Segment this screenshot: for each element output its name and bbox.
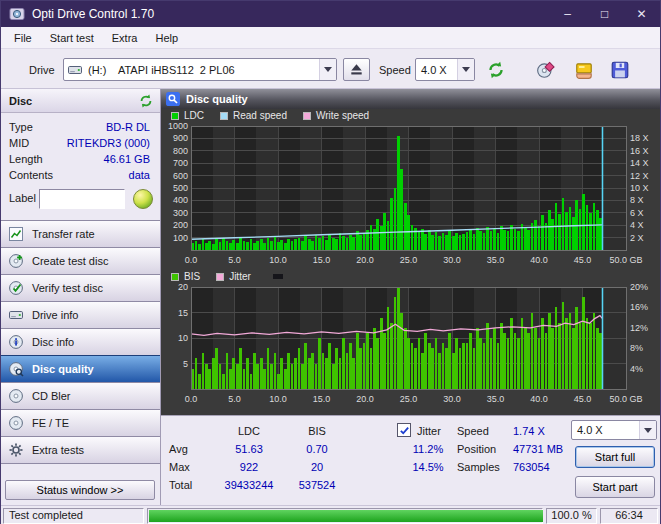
speed-stat-value: 1.74 X	[513, 424, 545, 438]
sidebar-item-create-test-disc[interactable]: Create test disc	[1, 247, 160, 275]
svg-text:2 X: 2 X	[630, 233, 644, 243]
disc-check-icon	[8, 280, 24, 296]
sidebar-item-drive-info[interactable]: Drive info	[1, 301, 160, 329]
svg-text:40.0: 40.0	[530, 394, 548, 404]
disc-panel-header: Disc	[1, 89, 160, 113]
label-row: Label	[1, 187, 160, 213]
hand-card-button[interactable]	[571, 56, 597, 83]
chevron-down-icon	[457, 59, 474, 80]
speed-select[interactable]: 4.0 X	[415, 58, 475, 81]
svg-text:10 X: 10 X	[630, 183, 649, 193]
sidebar-item-cd-bler[interactable]: CD Bler	[1, 382, 160, 410]
row-label-total: Total	[169, 478, 192, 492]
sidebar-item-label: FE / TE	[32, 417, 69, 429]
svg-text:0.0: 0.0	[185, 394, 198, 404]
avg-ldc-value: 51.63	[209, 442, 289, 456]
svg-text:10: 10	[178, 333, 188, 343]
drive-label: Drive	[29, 64, 55, 76]
toolbar: Drive (H:) ATAPI iHBS112 2 PL06 Speed 4.…	[1, 49, 660, 89]
rescan-disc-icon[interactable]	[138, 93, 154, 109]
menu-start-test[interactable]: Start test	[41, 29, 103, 47]
svg-text:15.0: 15.0	[313, 394, 331, 404]
svg-text:30.0: 30.0	[443, 255, 461, 265]
svg-text:15: 15	[178, 308, 188, 318]
disc-info-list: TypeBD-R DL MIDRITEKDR3 (000) Length46.6…	[1, 113, 160, 183]
sidebar: Disc TypeBD-R DL MIDRITEKDR3 (000) Lengt…	[1, 89, 161, 505]
sidebar-item-label: CD Bler	[32, 390, 71, 402]
bis-column-header: BIS	[289, 424, 345, 438]
disc-quality-icon	[8, 361, 24, 377]
minimize-button[interactable]: –	[549, 1, 586, 27]
menu-extra[interactable]: Extra	[103, 29, 147, 47]
stats-panel: LDC BIS Jitter Speed 1.74 X Avg 51.63 0.…	[161, 415, 660, 505]
svg-text:25.0: 25.0	[400, 255, 418, 265]
eject-icon	[350, 63, 363, 76]
svg-text:20: 20	[178, 283, 188, 292]
speed-stat-label: Speed	[457, 424, 489, 438]
svg-text:16%: 16%	[630, 302, 648, 312]
close-button[interactable]: ✕	[623, 1, 660, 27]
start-full-button[interactable]: Start full	[575, 446, 655, 468]
disc-tool-button[interactable]	[533, 56, 559, 83]
info-label: MID	[9, 137, 29, 149]
sidebar-item-disc-quality[interactable]: Disc quality	[1, 355, 160, 383]
info-value: BD-R DL	[106, 121, 150, 133]
drive-select[interactable]: (H:) ATAPI iHBS112 2 PL06	[63, 58, 337, 81]
progress-percent: 100.0 %	[546, 508, 597, 524]
drive-icon	[8, 307, 24, 323]
speed-select-bottom[interactable]: 4.0 X	[571, 420, 657, 440]
menu-help[interactable]: Help	[146, 29, 187, 47]
ldc-column-header: LDC	[209, 424, 289, 438]
info-row-contents: Contentsdata	[1, 167, 160, 183]
sidebar-item-extra-tests[interactable]: Extra tests	[1, 436, 160, 464]
save-button[interactable]	[607, 56, 633, 83]
jitter-checkbox[interactable]	[397, 423, 411, 437]
info-label: Type	[9, 121, 33, 133]
jitter-checkbox-label: Jitter	[417, 424, 441, 438]
status-window-button[interactable]: Status window >>	[5, 480, 155, 500]
menu-file[interactable]: File	[5, 29, 41, 47]
disc-plus-icon	[8, 253, 24, 269]
max-ldc-value: 922	[209, 460, 289, 474]
svg-text:20.0: 20.0	[356, 394, 374, 404]
sidebar-item-label: Drive info	[32, 309, 78, 321]
svg-text:40.0: 40.0	[530, 255, 548, 265]
svg-text:18 X: 18 X	[630, 133, 649, 143]
speed-test-button[interactable]	[483, 56, 509, 83]
svg-text:35.0: 35.0	[487, 394, 505, 404]
maximize-button[interactable]: □	[586, 1, 623, 27]
sidebar-item-transfer-rate[interactable]: Transfer rate	[1, 220, 160, 248]
sidebar-item-label: Transfer rate	[32, 228, 95, 240]
disc-panel-title: Disc	[9, 95, 32, 107]
speed-test-icon	[486, 60, 506, 80]
ldc-legend-label: LDC	[184, 110, 204, 121]
svg-text:900: 900	[173, 133, 188, 143]
avg-jitter-value: 11.2%	[401, 442, 455, 456]
ldc-chart: 100090080070060050040030020010018 X16 X1…	[161, 122, 661, 270]
svg-text:30.0: 30.0	[443, 394, 461, 404]
info-label: Length	[9, 153, 43, 165]
eject-button[interactable]	[343, 58, 370, 81]
window-title: Opti Drive Control 1.70	[32, 7, 154, 21]
label-input[interactable]	[39, 189, 125, 209]
total-ldc-value: 39433244	[209, 478, 289, 492]
info-row-mid: MIDRITEKDR3 (000)	[1, 135, 160, 151]
bis-legend-label: BIS	[184, 271, 200, 282]
info-row-length: Length46.61 GB	[1, 151, 160, 167]
check-icon	[399, 425, 410, 436]
sidebar-item-verify-test-disc[interactable]: Verify test disc	[1, 274, 160, 302]
svg-text:4 X: 4 X	[630, 220, 644, 230]
start-part-button[interactable]: Start part	[575, 476, 655, 498]
progress-fill	[149, 510, 543, 522]
svg-text:12%: 12%	[630, 323, 648, 333]
sidebar-item-fe-te[interactable]: FE / TE	[1, 409, 160, 437]
main-area: Disc TypeBD-R DL MIDRITEKDR3 (000) Lengt…	[1, 89, 660, 505]
chevron-down-icon	[319, 59, 336, 80]
label-search-badge[interactable]	[132, 188, 154, 210]
sidebar-item-label: Verify test disc	[32, 282, 103, 294]
sidebar-item-disc-info[interactable]: Disc info	[1, 328, 160, 356]
samples-label: Samples	[457, 460, 500, 474]
info-value[interactable]: data	[129, 169, 150, 181]
label-label: Label	[9, 192, 36, 204]
svg-text:10.0: 10.0	[269, 394, 287, 404]
